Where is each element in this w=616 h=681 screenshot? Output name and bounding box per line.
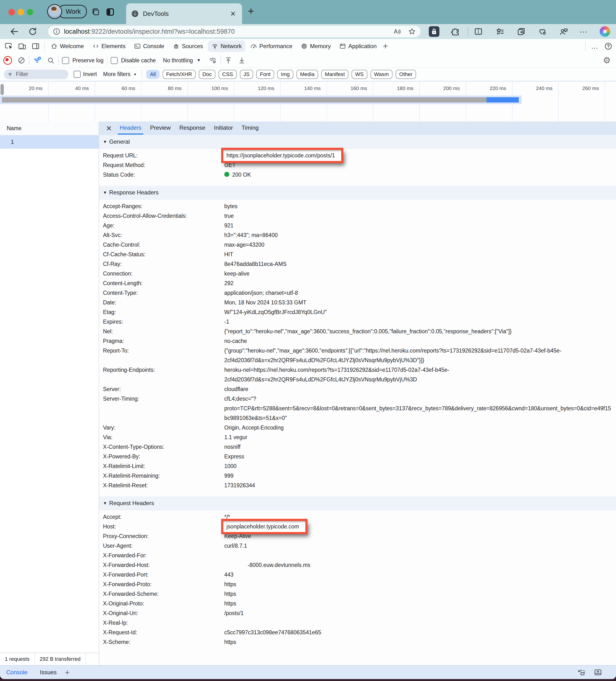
- section-header-response-headers[interactable]: ▼Response Headers: [99, 186, 616, 200]
- header-row: Request Method:GET: [99, 160, 616, 170]
- add-tab-to-group-icon[interactable]: [516, 27, 526, 36]
- import-har-icon[interactable]: [224, 56, 232, 65]
- section-header-general[interactable]: ▼General: [99, 135, 616, 149]
- overview-selected-row[interactable]: [0, 96, 522, 104]
- help-icon[interactable]: [604, 42, 613, 51]
- close-window-button[interactable]: [8, 9, 15, 16]
- details-tab-headers[interactable]: Headers: [115, 122, 146, 135]
- header-name: Proxy-Connection:: [103, 531, 224, 541]
- copilot-icon[interactable]: [600, 26, 610, 37]
- password-lock-icon[interactable]: [429, 26, 439, 37]
- tab-close-icon[interactable]: ✕: [229, 10, 237, 18]
- filter-toggle-icon[interactable]: [33, 56, 42, 65]
- network-settings-gear-icon[interactable]: ⚙: [603, 55, 611, 66]
- disable-cache-checkbox[interactable]: [111, 57, 118, 64]
- devtools-tab-elements[interactable]: Elements: [89, 41, 129, 52]
- drawer-tab-console[interactable]: Console: [0, 669, 34, 676]
- back-icon[interactable]: [9, 27, 19, 36]
- devtools-tab-network[interactable]: Network: [208, 41, 245, 52]
- filter-chip-css[interactable]: CSS: [219, 70, 236, 79]
- zoom-window-button[interactable]: [27, 9, 33, 16]
- network-conditions-icon[interactable]: [208, 56, 217, 65]
- annotation-red-box: https://jsonplaceholder.typicode.com/pos…: [221, 148, 343, 163]
- device-rotate-icon[interactable]: [577, 668, 586, 677]
- devtools-tab-console[interactable]: Console: [130, 41, 168, 52]
- workspaces-icon[interactable]: [91, 7, 101, 17]
- url-bar[interactable]: localhost:9222/devtools/inspector.html?w…: [48, 26, 420, 37]
- filter-chip-other[interactable]: Other: [395, 70, 416, 79]
- filter-chip-js[interactable]: JS: [240, 70, 253, 79]
- devtools-tab-performance[interactable]: Performance: [247, 41, 296, 52]
- close-details-icon[interactable]: ✕: [103, 124, 115, 133]
- details-tab-preview[interactable]: Preview: [146, 122, 175, 135]
- request-row-selected[interactable]: 1: [0, 135, 99, 149]
- devtools-tab-application[interactable]: Application: [336, 41, 380, 52]
- more-tools-plus-icon[interactable]: +: [380, 41, 391, 51]
- drawer-tab-issues[interactable]: Issues: [34, 669, 63, 676]
- filter-chip-manifest[interactable]: Manifest: [321, 70, 349, 79]
- device-toolbar-icon[interactable]: [18, 42, 26, 51]
- header-row: Pragma:no-cache: [99, 336, 616, 346]
- throttling-dropdown[interactable]: No throttling ▼: [163, 57, 201, 64]
- request-type-chips: AllFetch/XHRDocCSSJSFontImgMediaManifest…: [146, 70, 416, 79]
- filter-chip-doc[interactable]: Doc: [199, 70, 215, 79]
- devtools-tab-sources[interactable]: Sources: [169, 41, 206, 52]
- site-info-icon[interactable]: [52, 27, 61, 35]
- filter-chip-all[interactable]: All: [146, 70, 159, 79]
- expand-panel-icon[interactable]: [593, 668, 602, 677]
- overview-scroll-handle[interactable]: [0, 84, 4, 95]
- export-har-icon[interactable]: [238, 56, 246, 65]
- split-screen-icon[interactable]: [473, 27, 483, 36]
- browser-essentials-icon[interactable]: [538, 27, 547, 36]
- invert-checkbox[interactable]: [74, 71, 81, 78]
- filter-chip-ws[interactable]: WS: [352, 70, 367, 79]
- devtools-tab-welcome[interactable]: Welcome: [47, 41, 87, 52]
- waterfall-bar-download: [487, 97, 519, 102]
- toolbar-divider: [468, 27, 468, 36]
- minimize-window-button[interactable]: [18, 9, 24, 16]
- new-tab-button[interactable]: +: [248, 6, 254, 16]
- browser-settings-menu-icon[interactable]: …: [580, 25, 589, 35]
- collections-icon[interactable]: [495, 27, 505, 36]
- reload-icon[interactable]: [28, 27, 37, 36]
- header-row: X-Content-Type-Options:nosniff: [99, 442, 616, 452]
- split-window-icon[interactable]: [105, 7, 115, 17]
- header-name: Status Code:: [103, 170, 224, 179]
- read-aloud-icon[interactable]: [393, 27, 401, 36]
- filter-input[interactable]: Filter: [4, 70, 68, 79]
- details-tab-initiator[interactable]: Initiator: [210, 122, 237, 135]
- filter-chip-wasm[interactable]: Wasm: [370, 70, 393, 79]
- search-icon[interactable]: [47, 56, 55, 65]
- header-row: Report-To:{"group":"heroku-nel","max_age…: [99, 346, 616, 365]
- drawer-more-tabs-icon[interactable]: +: [63, 668, 72, 677]
- profile-feedback-icon[interactable]: [559, 27, 568, 36]
- filter-chip-img[interactable]: Img: [277, 70, 293, 79]
- header-name: X-Ratelimit-Remaining:: [103, 471, 224, 481]
- extensions-icon[interactable]: [451, 27, 460, 36]
- preserve-log-checkbox[interactable]: [62, 57, 69, 64]
- details-tab-response[interactable]: Response: [175, 122, 210, 135]
- header-value: 1000: [224, 461, 616, 471]
- name-column-header[interactable]: Name: [0, 122, 99, 135]
- browser-tab-devtools[interactable]: DevTools ✕: [126, 3, 242, 24]
- header-name: X-Forwarded-Host:: [103, 560, 224, 570]
- record-network-log-icon[interactable]: [3, 56, 12, 65]
- filter-chip-media[interactable]: Media: [297, 70, 318, 79]
- profile-chip[interactable]: Work: [47, 5, 87, 18]
- filter-chip-font[interactable]: Font: [256, 70, 274, 79]
- inspect-element-icon[interactable]: [4, 42, 13, 51]
- favorites-star-icon[interactable]: [408, 27, 416, 36]
- details-tab-timing[interactable]: Timing: [237, 122, 263, 135]
- devtools-tab-memory[interactable]: Memory: [297, 41, 334, 52]
- devtools-menu-icon[interactable]: …: [591, 42, 599, 50]
- header-value: [224, 618, 616, 628]
- timeline-tick: 220 ms: [464, 85, 510, 91]
- filter-chip-fetch-xhr[interactable]: Fetch/XHR: [163, 70, 196, 79]
- more-filters-dropdown[interactable]: More filters ▼: [103, 70, 142, 79]
- dock-side-icon[interactable]: [31, 42, 40, 51]
- section-header-request-headers[interactable]: ▼Request Headers: [99, 497, 616, 510]
- clear-network-log-icon[interactable]: [17, 56, 26, 65]
- header-row: X-Forwarded-Host:-8000.euw.devtunnels.ms: [99, 560, 616, 570]
- drawer-tabbar: ConsoleIssues +: [0, 665, 616, 679]
- header-row: Etag:W/"124-yiKdLzqO5gfBrJFrcdJ8Yq0LGnU": [99, 307, 616, 317]
